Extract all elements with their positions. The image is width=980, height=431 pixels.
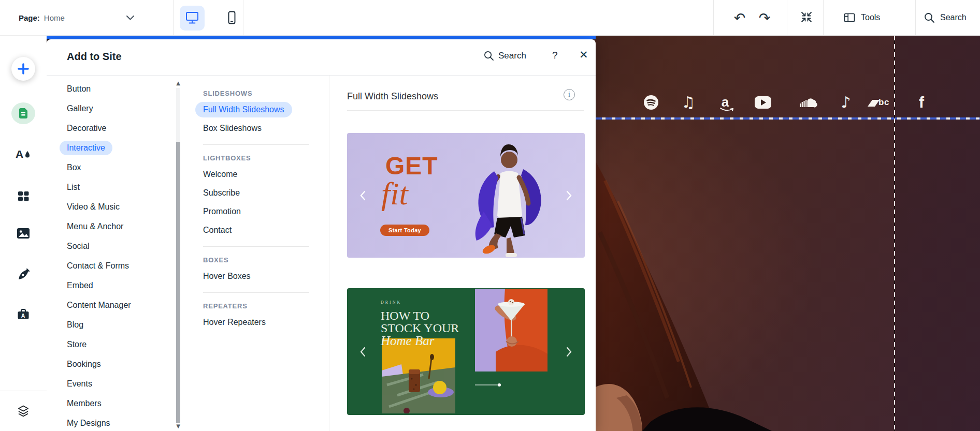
youtube-icon[interactable] xyxy=(754,93,772,112)
apple-music-icon[interactable]: ♫ xyxy=(679,93,698,112)
slide2-line3: Home Bar xyxy=(381,334,459,347)
facebook-icon[interactable]: f xyxy=(912,93,931,112)
design-theme-icon: A xyxy=(16,147,31,160)
pen-nib-icon xyxy=(17,268,30,281)
section-items: Hover Boxes xyxy=(203,267,329,286)
mobile-view-button[interactable] xyxy=(219,6,244,31)
section-header: SLIDESHOWS xyxy=(203,90,329,97)
slide2-photo-cocktail xyxy=(475,289,547,371)
page-value: Home xyxy=(44,13,65,22)
sidebar-item-content[interactable] xyxy=(0,268,47,281)
category-item[interactable]: Decorative xyxy=(47,118,181,138)
page-selector-dropdown[interactable]: Page: Home xyxy=(19,0,135,35)
slide2-line1: HOW TO xyxy=(381,309,459,322)
category-list: ButtonGalleryDecorativeInteractiveBoxLis… xyxy=(47,76,181,431)
category-item[interactable]: Contact & Forms xyxy=(47,256,181,276)
tiktok-icon[interactable]: ♪ xyxy=(837,93,855,112)
undo-button[interactable]: ↶ xyxy=(730,0,749,35)
briefcase-a-icon: A xyxy=(17,307,30,321)
subcategory-item[interactable]: Hover Repeaters xyxy=(203,313,329,332)
subcategory-item[interactable]: Full Width Slideshows xyxy=(203,100,329,119)
topbar-divider xyxy=(915,0,916,35)
column-divider xyxy=(203,292,309,293)
panel-header: Add to Site Search ? ✕ xyxy=(47,39,596,76)
slide1-cta-button: Start Today xyxy=(380,225,429,236)
slideshow-preview-home-bar[interactable]: DRINK HOW TO STOCK YOUR Home Bar xyxy=(347,288,585,415)
category-item[interactable]: Gallery xyxy=(47,99,181,118)
subcategory-item[interactable]: Hover Boxes xyxy=(203,267,329,286)
sidebar-item-sections[interactable] xyxy=(0,102,47,124)
runner-illustration xyxy=(440,139,570,257)
subcategory-item[interactable]: Promotion xyxy=(203,202,329,221)
category-item[interactable]: Content Manager xyxy=(47,295,181,315)
tools-panel-icon xyxy=(843,11,856,24)
category-item[interactable]: List xyxy=(47,177,181,197)
sidebar-item-media[interactable] xyxy=(0,228,47,239)
add-element-button[interactable] xyxy=(0,57,47,81)
preview-column: Full Width Slideshows i GET fit Start To… xyxy=(329,76,596,431)
slide1-prev-icon[interactable] xyxy=(357,190,369,201)
subcategory-item[interactable]: Contact xyxy=(203,221,329,240)
spotify-icon[interactable] xyxy=(642,93,660,112)
info-icon[interactable]: i xyxy=(564,89,575,100)
background-photo-woman xyxy=(595,118,802,431)
soundcloud-icon[interactable] xyxy=(799,93,817,112)
scrollbar-thumb[interactable] xyxy=(176,142,180,423)
category-item[interactable]: Social xyxy=(47,236,181,256)
section-header: BOXES xyxy=(203,256,329,264)
category-item[interactable]: Box xyxy=(47,158,181,177)
slide2-prev-icon[interactable] xyxy=(357,346,369,358)
topbar-search-label: Search xyxy=(940,13,967,22)
desktop-view-button[interactable] xyxy=(180,6,205,31)
redo-button[interactable]: ↷ xyxy=(755,0,774,35)
layers-icon xyxy=(17,404,30,418)
slide2-photo-table xyxy=(382,338,455,413)
close-icon[interactable]: ✕ xyxy=(579,49,588,61)
vertical-guide-line[interactable] xyxy=(894,36,895,431)
zoom-out-button[interactable] xyxy=(798,0,815,35)
sidebar-item-site-design[interactable]: A xyxy=(0,147,47,160)
grid-squares-icon xyxy=(17,190,30,202)
scroll-down-icon[interactable]: ▼ xyxy=(176,424,181,429)
preview-divider xyxy=(347,110,584,111)
category-item[interactable]: My Designs xyxy=(47,413,181,431)
topbar-search-button[interactable]: Search xyxy=(924,0,967,35)
mobile-icon xyxy=(224,10,239,26)
category-item[interactable]: Menu & Anchor xyxy=(47,217,181,236)
bandcamp-label: bc xyxy=(878,97,889,108)
scroll-up-icon[interactable]: ▲ xyxy=(176,81,181,86)
horizontal-guide-line[interactable] xyxy=(596,117,980,120)
subcategory-item[interactable]: Welcome xyxy=(203,165,329,184)
sidebar-item-app-market[interactable] xyxy=(0,190,47,202)
slideshow-preview-get-fit[interactable]: GET fit Start Today xyxy=(347,133,585,258)
category-item[interactable]: Members xyxy=(47,394,181,413)
category-item[interactable]: Events xyxy=(47,374,181,394)
category-item[interactable]: Video & Music xyxy=(47,197,181,217)
help-button[interactable]: ? xyxy=(552,50,558,61)
amazon-icon[interactable]: a xyxy=(716,93,734,112)
sidebar-item-layers[interactable] xyxy=(0,404,47,418)
category-item[interactable]: Button xyxy=(47,79,181,99)
section-items: WelcomeSubscribePromotionContact xyxy=(203,165,329,240)
section-top-indicator xyxy=(47,36,596,39)
panel-search-button[interactable]: Search xyxy=(483,50,526,61)
slide2-eyebrow: DRINK xyxy=(381,300,459,305)
category-item[interactable]: Store xyxy=(47,335,181,354)
slide2-next-icon[interactable] xyxy=(563,346,574,358)
category-item[interactable]: Embed xyxy=(47,276,181,295)
panel-title: Add to Site xyxy=(67,51,122,63)
tools-button[interactable]: Tools xyxy=(843,0,880,35)
sidebar-item-apps[interactable]: A xyxy=(0,307,47,321)
topbar-divider xyxy=(823,0,824,35)
subcategory-column: SLIDESHOWS Full Width SlideshowsBox Slid… xyxy=(188,76,329,431)
category-item[interactable]: Blog xyxy=(47,315,181,335)
category-item[interactable]: Bookings xyxy=(47,354,181,374)
undo-icon: ↶ xyxy=(734,11,746,25)
slide1-next-icon[interactable] xyxy=(563,190,574,201)
topbar-divider xyxy=(173,0,174,35)
svg-text:A: A xyxy=(16,148,23,160)
category-item[interactable]: Interactive xyxy=(47,138,181,158)
subcategory-item[interactable]: Box Slideshows xyxy=(203,119,329,138)
subcategory-item[interactable]: Subscribe xyxy=(203,184,329,202)
svg-text:A: A xyxy=(21,313,25,319)
